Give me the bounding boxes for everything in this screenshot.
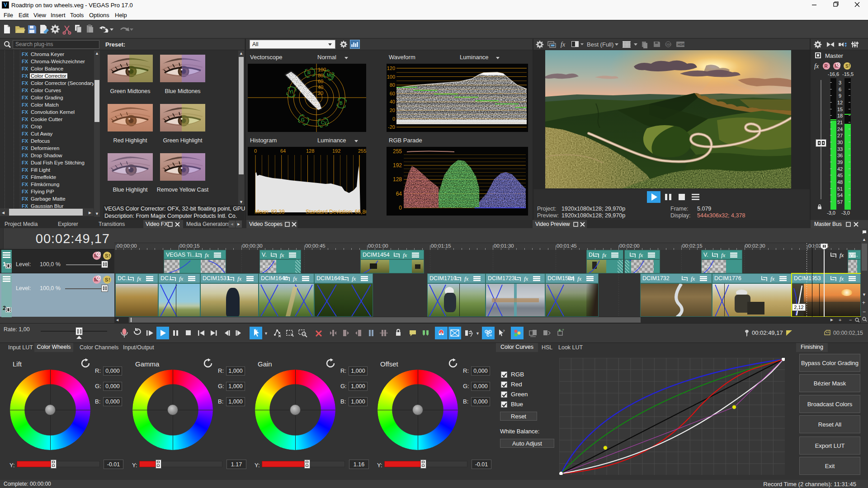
svg-text:fx: fx <box>237 275 242 282</box>
svg-text:Yl: Yl <box>289 89 293 94</box>
svg-text:40: 40 <box>390 99 395 104</box>
svg-text:fx: fx <box>561 41 566 48</box>
svg-text:128: 128 <box>393 176 402 183</box>
svg-text:fx: fx <box>721 252 726 258</box>
svg-text:60: 60 <box>318 79 323 84</box>
svg-text:S: S <box>105 277 108 282</box>
svg-text:fx: fx <box>137 275 142 282</box>
svg-text:+: + <box>562 328 564 332</box>
svg-text:80: 80 <box>390 82 395 88</box>
svg-text:fx: fx <box>840 275 844 282</box>
svg-text:255: 255 <box>358 148 366 154</box>
svg-text:fx: fx <box>352 275 356 282</box>
svg-text:Cy: Cy <box>321 120 326 125</box>
svg-text:Standard Deviation: 66,86: Standard Deviation: 66,86 <box>306 209 366 215</box>
svg-text:fx: fx <box>524 275 528 282</box>
svg-text:!: ! <box>108 253 110 258</box>
svg-text:fx: fx <box>205 252 209 258</box>
svg-text:M: M <box>835 64 838 69</box>
svg-text:Mean: 83,39: Mean: 83,39 <box>255 209 285 215</box>
svg-text:fx: fx <box>691 275 695 282</box>
svg-text:Mg: Mg <box>327 73 333 78</box>
svg-text:0: 0 <box>254 148 257 154</box>
svg-text:100: 100 <box>318 67 326 72</box>
svg-text:0: 0 <box>399 205 402 211</box>
svg-text:Best (Full): Best (Full) <box>587 41 613 48</box>
svg-text:fx: fx <box>770 275 775 282</box>
svg-text:!: ! <box>108 277 110 282</box>
svg-text:100: 100 <box>387 74 395 80</box>
svg-text:360: 360 <box>666 43 671 46</box>
svg-text:0: 0 <box>392 116 395 122</box>
svg-text:S: S <box>845 64 849 69</box>
svg-text:64: 64 <box>396 191 402 197</box>
svg-text:fx: fx <box>577 275 582 282</box>
svg-text:fx: fx <box>639 252 643 258</box>
svg-text:255: 255 <box>393 148 402 155</box>
svg-text:G: G <box>301 117 305 122</box>
svg-text:64: 64 <box>280 148 286 154</box>
svg-text:40: 40 <box>318 84 323 90</box>
svg-text:60: 60 <box>390 91 395 96</box>
svg-text:120: 120 <box>387 66 395 71</box>
svg-text:fx: fx <box>814 63 819 70</box>
svg-text:R: R <box>825 64 828 69</box>
svg-text:fx: fx <box>293 275 297 282</box>
svg-text:!: ! <box>849 63 850 68</box>
svg-text:20: 20 <box>318 90 323 96</box>
svg-text:S: S <box>105 253 108 258</box>
svg-text:fx: fx <box>280 252 284 258</box>
svg-text:fx: fx <box>464 275 469 282</box>
svg-text:192: 192 <box>393 162 402 169</box>
svg-text:128: 128 <box>306 148 314 154</box>
svg-text:20: 20 <box>390 108 395 113</box>
svg-text:80: 80 <box>318 73 323 78</box>
svg-text:R: R <box>307 70 311 75</box>
svg-text:fx: fx <box>403 252 407 258</box>
svg-text:B: B <box>340 101 343 106</box>
svg-text:fx: fx <box>840 252 844 258</box>
svg-text:fx: fx <box>602 252 607 258</box>
svg-text:-20: -20 <box>388 124 395 130</box>
svg-text:fx: fx <box>179 275 184 282</box>
svg-text:HDR: HDR <box>678 43 684 46</box>
svg-text:?: ? <box>503 329 505 333</box>
svg-text:192: 192 <box>332 148 340 154</box>
